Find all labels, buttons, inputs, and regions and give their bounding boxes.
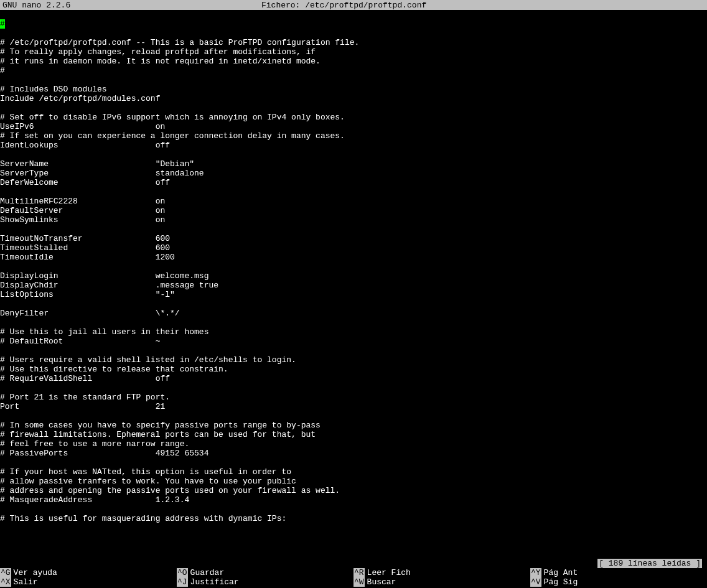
file-line: DeferWelcome off [0, 178, 707, 187]
file-line: # DefaultRoot ~ [0, 337, 707, 346]
file-line: # MasqueradeAddress 1.2.3.4 [0, 495, 707, 505]
file-line: MultilineRFC2228 on [0, 197, 707, 206]
file-line: # Use this to jail all users in their ho… [0, 327, 707, 337]
file-line: # RequireValidShell off [0, 374, 707, 383]
shortcut-label: Leer Fich [367, 568, 411, 577]
file-line: DisplayLogin welcome.msg [0, 271, 707, 281]
file-line: DisplayChdir .message true [0, 281, 707, 290]
shortcut-key: ^O [177, 568, 188, 577]
file-line [0, 458, 707, 467]
file-line: # Use this directive to release that con… [0, 365, 707, 374]
shortcut-item[interactable]: ^GVer ayuda [0, 568, 177, 577]
file-line: TimeoutNoTransfer 600 [0, 234, 707, 243]
titlebar: GNU nano 2.2.6 Fichero: /etc/proftpd/pro… [0, 0, 707, 10]
file-line: TimeoutStalled 600 [0, 243, 707, 253]
file-line: # it runs in daemon mode. It is not requ… [0, 57, 707, 66]
file-line [0, 411, 707, 421]
file-line: # Port 21 is the standard FTP port. [0, 393, 707, 402]
shortcut-label: Guardar [190, 568, 225, 577]
shortcut-key: ^G [0, 568, 11, 577]
file-line: ServerName "Debian" [0, 159, 707, 169]
shortcuts-bar: ^GVer ayuda^OGuardar^RLeer Fich^YPág Ant… [0, 568, 707, 588]
file-line: UseIPv6 on [0, 122, 707, 131]
shortcut-key: ^W [354, 577, 365, 587]
file-line: # To really apply changes, reload proftp… [0, 47, 707, 57]
status-line: [ 189 líneas leídas ] [597, 559, 702, 568]
file-line [0, 383, 707, 393]
file-line [0, 225, 707, 234]
shortcut-item[interactable]: ^WBuscar [354, 577, 530, 587]
shortcut-item[interactable]: ^JJustificar [177, 577, 354, 587]
file-line: ListOptions "-l" [0, 290, 707, 299]
editor-content[interactable]: ## /etc/proftpd/proftpd.conf -- This is … [0, 10, 707, 523]
file-line [0, 29, 707, 38]
file-line: # If set on you can experience a longer … [0, 131, 707, 141]
file-line [0, 346, 707, 355]
file-line: TimeoutIdle 1200 [0, 253, 707, 262]
file-line: ShowSymlinks on [0, 215, 707, 225]
file-line: # Set off to disable IPv6 support which … [0, 113, 707, 122]
shortcut-key: ^R [354, 568, 365, 577]
file-line: # feel free to use a more narrow range. [0, 439, 707, 449]
shortcut-key: ^V [530, 577, 541, 587]
file-line [0, 75, 707, 85]
file-line: # /etc/proftpd/proftpd.conf -- This is a… [0, 38, 707, 47]
file-line: # allow passive tranfers to work. You ha… [0, 477, 707, 486]
shortcut-item[interactable]: ^VPág Sig [530, 577, 707, 587]
file-line [0, 103, 707, 113]
file-line: # This is useful for masquerading addres… [0, 514, 707, 523]
file-line: # PassivePorts 49152 65534 [0, 449, 707, 458]
file-line: # In some cases you have to specify pass… [0, 421, 707, 430]
shortcut-label: Ver ayuda [14, 568, 57, 577]
file-line: Port 21 [0, 402, 707, 411]
file-line [0, 299, 707, 309]
file-line: # Users require a valid shell listed in … [0, 355, 707, 365]
shortcut-item[interactable]: ^XSalir [0, 577, 177, 587]
shortcut-label: Justificar [190, 577, 239, 587]
app-name: GNU nano 2.2.6 [2, 1, 70, 10]
file-line [0, 150, 707, 159]
shortcut-label: Salir [14, 577, 38, 587]
shortcut-key: ^X [0, 577, 11, 587]
file-line: ServerType standalone [0, 169, 707, 178]
file-line [0, 187, 707, 197]
shortcut-label: Pág Ant [544, 568, 578, 577]
shortcut-item[interactable]: ^YPág Ant [530, 568, 707, 577]
file-line [0, 505, 707, 514]
file-line [0, 318, 707, 327]
file-line: IdentLookups off [0, 141, 707, 150]
file-line: Include /etc/proftpd/modules.conf [0, 94, 707, 103]
shortcut-item[interactable]: ^OGuardar [177, 568, 354, 577]
text-cursor: # [0, 19, 5, 29]
file-line [0, 262, 707, 271]
file-line: # [0, 19, 707, 29]
shortcut-item[interactable]: ^RLeer Fich [354, 568, 530, 577]
file-label: Fichero: /etc/proftpd/proftpd.conf [70, 1, 617, 10]
file-line: # address and opening the passive ports … [0, 486, 707, 495]
file-line: DefaultServer on [0, 206, 707, 215]
file-line: # Includes DSO modules [0, 85, 707, 94]
shortcut-label: Pág Sig [544, 577, 578, 587]
file-line: DenyFilter \*.*/ [0, 309, 707, 318]
shortcut-key: ^Y [530, 568, 541, 577]
file-line: # firewall limitations. Ephemeral ports … [0, 430, 707, 439]
file-line: # If your host was NATted, this option i… [0, 467, 707, 477]
file-line: # [0, 66, 707, 75]
status-message: [ 189 líneas leídas ] [597, 559, 702, 568]
shortcut-key: ^J [177, 577, 188, 587]
shortcut-label: Buscar [367, 577, 396, 587]
file-line [0, 10, 707, 19]
